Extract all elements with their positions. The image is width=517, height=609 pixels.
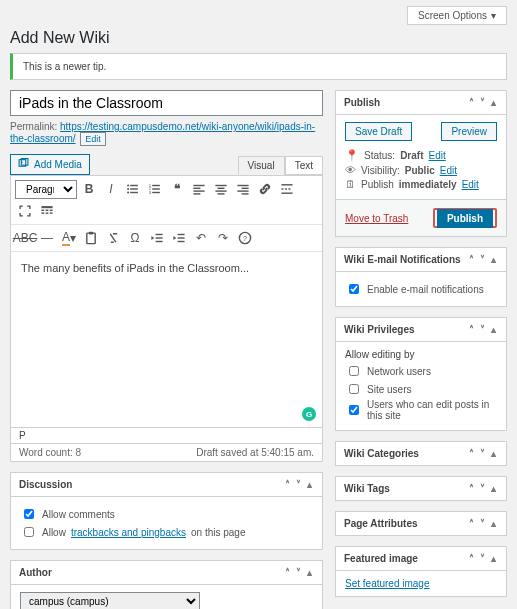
allow-comments-checkbox[interactable]: [24, 509, 34, 519]
tab-visual[interactable]: Visual: [238, 156, 285, 175]
align-right-button[interactable]: [233, 179, 253, 199]
page-attrs-header[interactable]: Page Attributes˄˅▴: [336, 512, 506, 535]
toggle-icon[interactable]: ▴: [489, 553, 498, 564]
author-select[interactable]: campus (campus): [20, 592, 200, 609]
editor-toolbar: Paragraph B I 123 ❝ ABC —: [10, 175, 323, 428]
priv-site-label: Site users: [367, 384, 411, 395]
svg-point-3: [127, 184, 129, 186]
svg-rect-35: [50, 210, 53, 211]
blockquote-button[interactable]: ❝: [167, 179, 187, 199]
toggle-icon[interactable]: ▴: [489, 483, 498, 494]
move-to-trash-link[interactable]: Move to Trash: [345, 213, 408, 224]
toggle-icon[interactable]: ▴: [489, 324, 498, 335]
chevron-up-icon[interactable]: ˄: [467, 254, 476, 265]
chevron-up-icon[interactable]: ˄: [467, 553, 476, 564]
chevron-down-icon[interactable]: ˅: [478, 254, 487, 265]
paste-button[interactable]: [81, 228, 101, 248]
tab-text[interactable]: Text: [285, 156, 323, 175]
edit-visibility-link[interactable]: Edit: [440, 165, 457, 176]
trackbacks-link[interactable]: trackbacks and pingbacks: [71, 527, 186, 538]
toggle-icon[interactable]: ▴: [489, 97, 498, 108]
enable-email-checkbox[interactable]: [349, 284, 359, 294]
chevron-down-icon: ▾: [491, 10, 496, 21]
enable-email-label: Enable e-mail notifications: [367, 284, 484, 295]
chevron-down-icon[interactable]: ˅: [478, 553, 487, 564]
edit-schedule-link[interactable]: Edit: [462, 179, 479, 190]
author-header[interactable]: Author ˄˅▴: [11, 561, 322, 584]
redo-button[interactable]: ↷: [213, 228, 233, 248]
edit-status-link[interactable]: Edit: [428, 150, 445, 161]
chevron-down-icon[interactable]: ˅: [478, 518, 487, 529]
toggle-icon[interactable]: ▴: [305, 567, 314, 578]
chevron-up-icon[interactable]: ˄: [467, 324, 476, 335]
svg-rect-37: [46, 212, 49, 213]
clear-format-button[interactable]: [103, 228, 123, 248]
bullet-list-button[interactable]: [123, 179, 143, 199]
chevron-down-icon[interactable]: ˅: [294, 567, 303, 578]
textcolor-button[interactable]: A▾: [59, 228, 79, 248]
chevron-up-icon[interactable]: ˄: [467, 483, 476, 494]
indent-button[interactable]: [169, 228, 189, 248]
toggle-icon[interactable]: ▴: [305, 479, 314, 490]
undo-button[interactable]: ↶: [191, 228, 211, 248]
link-button[interactable]: [255, 179, 275, 199]
priv-site-checkbox[interactable]: [349, 384, 359, 394]
align-left-button[interactable]: [189, 179, 209, 199]
svg-rect-24: [242, 188, 249, 189]
bold-button[interactable]: B: [79, 179, 99, 199]
fullscreen-button[interactable]: [15, 201, 35, 221]
number-list-button[interactable]: 123: [145, 179, 165, 199]
content-editor[interactable]: The many benefits of iPads in the Classr…: [11, 252, 322, 427]
toggle-icon[interactable]: ▴: [489, 448, 498, 459]
permalink-label: Permalink:: [10, 121, 57, 132]
set-featured-image-link[interactable]: Set featured image: [345, 578, 430, 589]
priv-editors-checkbox[interactable]: [349, 405, 359, 415]
featured-image-header[interactable]: Featured image˄˅▴: [336, 547, 506, 570]
tags-header[interactable]: Wiki Tags˄˅▴: [336, 477, 506, 500]
chevron-up-icon[interactable]: ˄: [467, 448, 476, 459]
help-button[interactable]: ?: [235, 228, 255, 248]
publish-button[interactable]: Publish: [437, 209, 493, 228]
screen-options-button[interactable]: Screen Options ▾: [407, 6, 507, 25]
chevron-up-icon[interactable]: ˄: [283, 567, 292, 578]
publish-header[interactable]: Publish ˄˅▴: [336, 91, 506, 114]
save-draft-button[interactable]: Save Draft: [345, 122, 412, 141]
chevron-up-icon[interactable]: ˄: [283, 479, 292, 490]
grammarly-icon[interactable]: G: [302, 407, 316, 421]
chevron-up-icon[interactable]: ˄: [467, 97, 476, 108]
special-char-button[interactable]: Ω: [125, 228, 145, 248]
format-select[interactable]: Paragraph: [15, 180, 77, 199]
toolbar-toggle-button[interactable]: [37, 201, 57, 221]
toggle-icon[interactable]: ▴: [489, 254, 498, 265]
chevron-up-icon[interactable]: ˄: [467, 518, 476, 529]
svg-rect-34: [46, 210, 49, 211]
publish-highlight: Publish: [433, 208, 497, 228]
add-media-button[interactable]: Add Media: [10, 154, 90, 175]
categories-header[interactable]: Wiki Categories˄˅▴: [336, 442, 506, 465]
privileges-header[interactable]: Wiki Privileges ˄˅▴: [336, 318, 506, 341]
post-title-input[interactable]: [10, 90, 323, 116]
svg-rect-12: [152, 188, 160, 189]
allow-comments-label: Allow comments: [42, 509, 115, 520]
readmore-button[interactable]: [277, 179, 297, 199]
chevron-down-icon[interactable]: ˅: [478, 97, 487, 108]
outdent-button[interactable]: [147, 228, 167, 248]
email-header[interactable]: Wiki E-mail Notifications ˄˅▴: [336, 248, 506, 271]
chevron-down-icon[interactable]: ˅: [478, 483, 487, 494]
italic-button[interactable]: I: [101, 179, 121, 199]
chevron-down-icon[interactable]: ˅: [294, 479, 303, 490]
hr-button[interactable]: —: [37, 228, 57, 248]
permalink-row: Permalink: https://testing.campusdemo.ne…: [10, 121, 323, 146]
strike-button[interactable]: ABC: [15, 228, 35, 248]
preview-button[interactable]: Preview: [441, 122, 497, 141]
edit-slug-button[interactable]: Edit: [80, 132, 106, 146]
svg-point-7: [127, 191, 129, 193]
chevron-down-icon[interactable]: ˅: [478, 324, 487, 335]
toggle-icon[interactable]: ▴: [489, 518, 498, 529]
discussion-header[interactable]: Discussion ˄˅▴: [11, 473, 322, 496]
align-center-button[interactable]: [211, 179, 231, 199]
chevron-down-icon[interactable]: ˅: [478, 448, 487, 459]
priv-network-checkbox[interactable]: [349, 366, 359, 376]
allow-pingbacks-checkbox[interactable]: [24, 527, 34, 537]
tags-title: Wiki Tags: [344, 483, 390, 494]
